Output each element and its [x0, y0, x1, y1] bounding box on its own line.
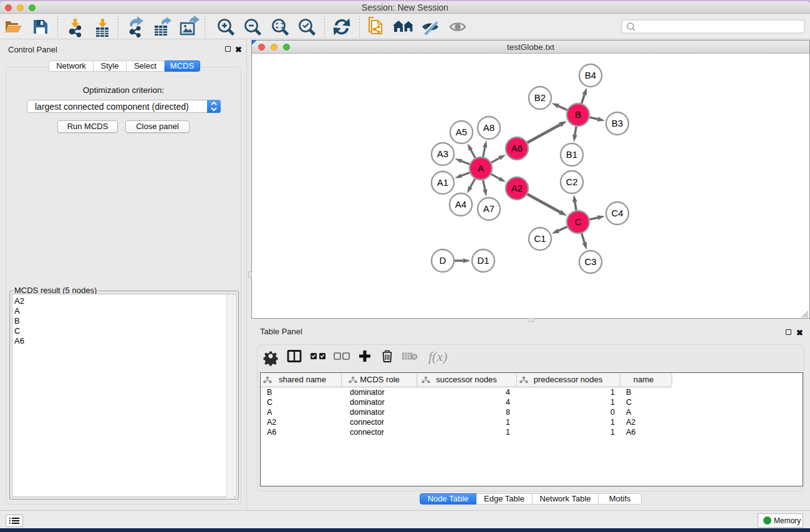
svg-text:A5: A5 — [456, 127, 467, 137]
svg-text:1: 1 — [610, 428, 615, 437]
svg-text:A6: A6 — [267, 428, 276, 437]
svg-text:B4: B4 — [585, 70, 596, 80]
svg-text:A1: A1 — [437, 177, 448, 188]
svg-text:4: 4 — [506, 398, 510, 407]
svg-text:predecessor nodes: predecessor nodes — [534, 375, 603, 384]
svg-text:D1: D1 — [477, 255, 489, 266]
svg-text:1: 1 — [610, 398, 615, 407]
svg-text:f(x): f(x) — [428, 349, 448, 364]
svg-text:A7: A7 — [483, 203, 494, 214]
svg-text:A6: A6 — [626, 428, 635, 437]
svg-text:A2: A2 — [626, 418, 635, 427]
svg-text:D: D — [440, 255, 446, 266]
svg-text:A2: A2 — [511, 183, 523, 193]
svg-text:A8: A8 — [483, 122, 494, 133]
svg-text:shared name: shared name — [279, 375, 326, 384]
svg-text:1: 1 — [610, 388, 615, 397]
svg-text:1: 1 — [506, 418, 510, 427]
svg-text:connector: connector — [350, 428, 384, 437]
svg-text:A3: A3 — [437, 148, 448, 159]
svg-text:A6: A6 — [511, 143, 523, 153]
svg-text:1: 1 — [506, 428, 510, 437]
svg-text:successor nodes: successor nodes — [436, 375, 497, 384]
svg-text:connector: connector — [350, 418, 384, 427]
svg-text:B3: B3 — [612, 118, 623, 128]
svg-text:A: A — [478, 163, 484, 173]
svg-text:dominator: dominator — [350, 388, 385, 397]
svg-text:B: B — [267, 388, 272, 397]
svg-text:A: A — [267, 408, 272, 417]
svg-text:1: 1 — [610, 418, 615, 427]
svg-text:dominator: dominator — [350, 408, 385, 417]
svg-text:B2: B2 — [534, 92, 546, 103]
svg-text:A2: A2 — [267, 418, 276, 427]
svg-text:B: B — [626, 388, 631, 397]
svg-text:C1: C1 — [534, 233, 546, 244]
svg-text:A4: A4 — [455, 199, 466, 210]
svg-text:A: A — [626, 408, 632, 417]
svg-text:C3: C3 — [584, 256, 596, 267]
svg-text:dominator: dominator — [350, 398, 385, 407]
svg-text:C: C — [267, 398, 272, 407]
svg-text:4: 4 — [506, 388, 510, 397]
svg-text:MCDS role: MCDS role — [360, 375, 400, 384]
svg-text:C: C — [575, 216, 582, 227]
svg-text:B: B — [575, 109, 581, 120]
svg-text:B1: B1 — [566, 149, 577, 160]
svg-text:8: 8 — [506, 408, 510, 417]
svg-text:name: name — [634, 375, 654, 384]
svg-text:C4: C4 — [611, 208, 623, 218]
svg-text:C2: C2 — [566, 177, 577, 187]
svg-text:C: C — [626, 398, 632, 407]
svg-text:0: 0 — [610, 408, 615, 417]
